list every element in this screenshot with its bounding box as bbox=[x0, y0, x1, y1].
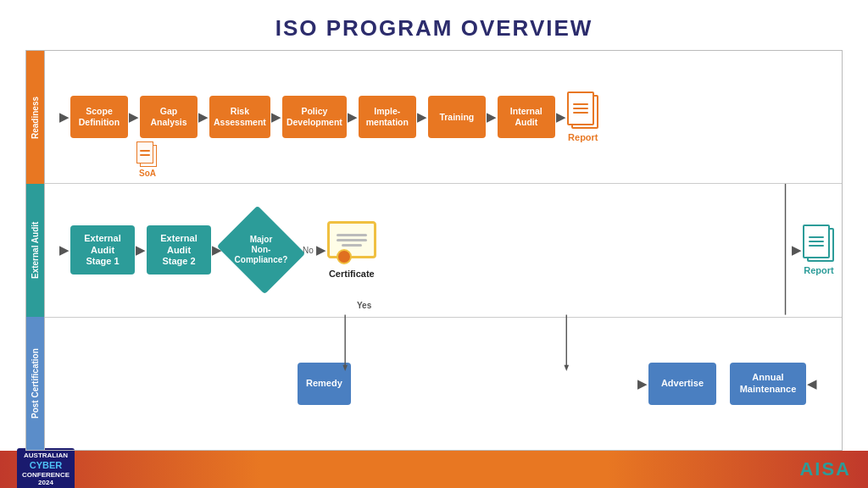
decision-diamond: MajorNon-Compliance? bbox=[223, 220, 299, 280]
no-arr: ▶ bbox=[315, 242, 327, 258]
no-branch: No ▶ bbox=[303, 242, 327, 258]
arr6: ▶ bbox=[486, 109, 498, 125]
internal-audit-box: InternalAudit bbox=[498, 96, 555, 138]
bottom-bar: AUSTRALIAN CYBER CONFERENCE 2024 AISA bbox=[0, 451, 868, 488]
external-audit-row: ▶ ExternalAuditStage 1 ▶ ExternalAuditSt… bbox=[45, 184, 842, 317]
soa-area: SoA bbox=[136, 141, 159, 178]
ext-report-icon: Report bbox=[803, 225, 835, 275]
ext-report-label: Report bbox=[804, 265, 833, 275]
cert-seal bbox=[337, 249, 352, 264]
diagram-content: ▶ ScopeDefinition ▶ GapAnalysis ▶ RiskAs… bbox=[45, 51, 842, 450]
arr7: ▶ bbox=[555, 109, 567, 125]
annual-box: AnnualMaintenance bbox=[730, 363, 806, 405]
certificate: Certificate bbox=[327, 221, 376, 279]
post-cert-row: Remedy ▶ Advertise AnnualMaintenance ◀ bbox=[45, 318, 842, 450]
slide: ISO PROGRAM OVERVIEW Readiness External … bbox=[0, 0, 868, 488]
risk-box: RiskAssessment bbox=[209, 96, 270, 138]
side-labels: Readiness External Audit Post Certificat… bbox=[26, 51, 45, 450]
ext-stage1-box: ExternalAuditStage 1 bbox=[70, 225, 135, 274]
start-arrow: ▶ bbox=[58, 109, 70, 125]
external-label: External Audit bbox=[26, 184, 44, 317]
remedy-box: Remedy bbox=[298, 363, 351, 405]
aisa-logo: AISA bbox=[799, 458, 851, 480]
readiness-label: Readiness bbox=[26, 51, 44, 184]
ext-report-area: ▶ bbox=[791, 225, 835, 275]
diagram-border: Readiness External Audit Post Certificat… bbox=[25, 50, 843, 451]
readiness-report-label: Report bbox=[568, 132, 598, 142]
arr2: ▶ bbox=[198, 109, 209, 125]
title-area: ISO PROGRAM OVERVIEW bbox=[0, 0, 868, 50]
cert-label: Certificate bbox=[329, 269, 375, 279]
arr5: ▶ bbox=[416, 109, 428, 125]
gap-box: GapAnalysis bbox=[140, 96, 198, 138]
cyber-conference-badge: AUSTRALIAN CYBER CONFERENCE 2024 bbox=[17, 448, 75, 488]
advertise-box: Advertise bbox=[648, 363, 716, 405]
cert-icon bbox=[327, 221, 376, 258]
readiness-report-icon: Report bbox=[567, 92, 599, 142]
page-title: ISO PROGRAM OVERVIEW bbox=[275, 15, 593, 41]
impl-box: Imple-mentation bbox=[359, 96, 416, 138]
policy-box: PolicyDevelopment bbox=[282, 96, 347, 138]
arr3: ▶ bbox=[270, 109, 282, 125]
post-label: Post Certification bbox=[26, 317, 44, 450]
training-box: Training bbox=[428, 96, 486, 138]
scope-box: ScopeDefinition bbox=[70, 96, 128, 138]
ext-report-arr: ▶ bbox=[791, 242, 803, 258]
ext-arr1: ▶ bbox=[135, 242, 147, 258]
post-arr1: ▶ bbox=[637, 376, 648, 391]
yes-label: Yes bbox=[357, 301, 371, 310]
diagram-outer: Readiness External Audit Post Certificat… bbox=[0, 50, 868, 451]
bottom-logo-left: AUSTRALIAN CYBER CONFERENCE 2024 bbox=[17, 448, 75, 488]
soa-label: SoA bbox=[139, 169, 156, 178]
post-arr2: ◀ bbox=[806, 376, 818, 391]
arr1: ▶ bbox=[128, 109, 140, 125]
readiness-row: ▶ ScopeDefinition ▶ GapAnalysis ▶ RiskAs… bbox=[45, 51, 842, 184]
ext-start-arrow: ▶ bbox=[58, 242, 70, 258]
arr4: ▶ bbox=[347, 109, 359, 125]
ext-stage2-box: ExternalAuditStage 2 bbox=[147, 225, 211, 274]
